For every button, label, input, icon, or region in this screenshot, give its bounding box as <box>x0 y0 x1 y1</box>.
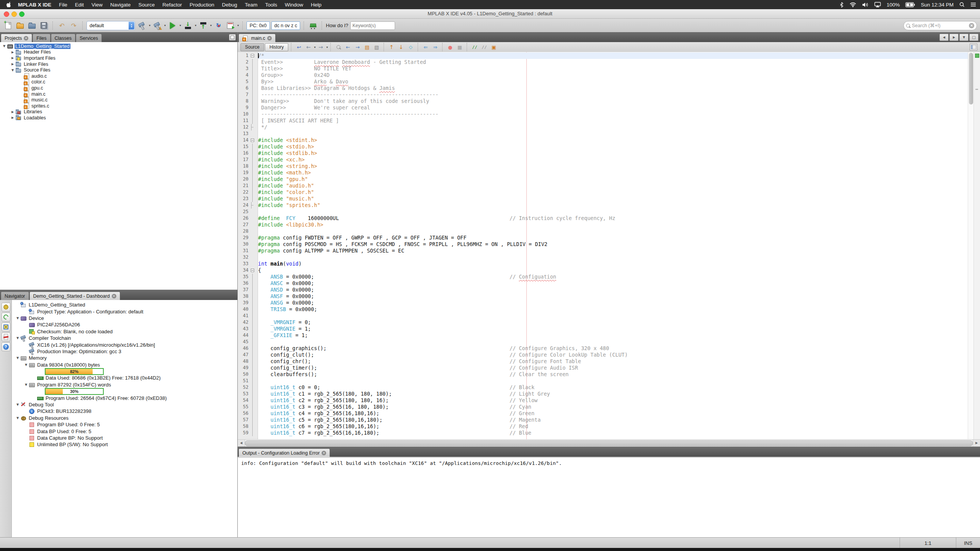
code-line-5[interactable]: By>> Arko & Davo <box>258 78 968 85</box>
line-number[interactable]: 49 <box>238 365 248 371</box>
menu-file[interactable]: File <box>55 2 71 8</box>
horizontal-scrollbar-thumb[interactable] <box>245 440 973 446</box>
line-number[interactable]: 32 <box>238 254 248 261</box>
code-line-55[interactable]: uint16_t c3 = rgb_2_565(16, 180, 180);//… <box>258 404 968 410</box>
code-line-19[interactable]: #include <math.h> <box>258 170 968 176</box>
scroll-tabs-left-icon[interactable]: ◀ <box>939 34 949 41</box>
volume-icon[interactable] <box>862 2 869 7</box>
tree-item-pic24fj256da206[interactable]: PIC24FJ256DA206 <box>12 321 237 328</box>
memory-gauge[interactable]: 82% <box>12 368 237 375</box>
comment-button[interactable] <box>470 43 479 51</box>
toggle-header-source-button[interactable] <box>489 43 498 51</box>
tree-item-data-capture-bp-no-support[interactable]: Data Capture BP: No Support <box>12 435 237 441</box>
collapse-arrow-icon[interactable]: ▼ <box>15 316 20 320</box>
expand-arrow-icon[interactable]: ▶ <box>10 51 15 54</box>
debug-dropdown-icon[interactable]: ▾ <box>237 24 239 27</box>
line-number[interactable]: 5 <box>238 78 248 85</box>
line-number[interactable]: 14 <box>238 137 248 143</box>
line-number[interactable]: 58 <box>238 423 248 430</box>
next-bookmark-button[interactable] <box>397 43 405 51</box>
collapse-arrow-icon[interactable]: ▼ <box>10 68 15 72</box>
notification-center-icon[interactable] <box>970 2 976 7</box>
expand-arrow-icon[interactable]: ▶ <box>10 116 15 119</box>
code-line-24[interactable]: #include "sprites.h" <box>258 202 968 209</box>
code-line-31[interactable]: #pragma config ALTPMP = ALTPMPEN , SOSCS… <box>258 248 968 254</box>
code-line-22[interactable]: #include "color.h" <box>258 189 968 196</box>
stop-macro-recording-button[interactable] <box>455 43 464 51</box>
line-number[interactable]: 47 <box>238 352 248 358</box>
collapse-arrow-icon[interactable]: ▼ <box>15 356 20 360</box>
line-number[interactable]: 55 <box>238 404 248 410</box>
vertical-scrollbar[interactable] <box>968 52 974 439</box>
code-line-11[interactable]: [ INSERT ASCII ART HERE ] <box>258 117 968 124</box>
dashboard-tab-demo-getting-started-dashboard[interactable]: Demo_Getting_Started - Dashboard× <box>29 292 120 300</box>
last-edit-button[interactable] <box>294 43 303 51</box>
close-tab-icon[interactable]: × <box>267 36 272 41</box>
find-next-button[interactable] <box>353 43 362 51</box>
code-line-51[interactable] <box>258 378 968 384</box>
menu-team[interactable]: Team <box>241 2 261 8</box>
tree-item-main-c[interactable]: main.c <box>0 91 237 97</box>
line-number[interactable]: 52 <box>238 384 248 391</box>
menu-window[interactable]: Window <box>281 2 307 8</box>
line-number[interactable]: 53 <box>238 391 248 397</box>
tree-item-data-used-80686-0x13b2e-free-17618-0x44d[interactable]: Data Used: 80686 (0x13B2E) Free: 17618 (… <box>12 375 237 381</box>
tree-item-pickit3-bur132282398[interactable]: PICkit3: BUR132282398 <box>12 408 237 414</box>
menu-debug[interactable]: Debug <box>218 2 241 8</box>
code-line-18[interactable]: #include <string.h> <box>258 163 968 170</box>
menubar-clock[interactable]: Sun 12:34 PM <box>921 2 954 8</box>
line-number[interactable]: 1 <box>238 52 248 59</box>
code-line-53[interactable]: uint16_t c1 = rgb_2_565(180, 180, 180);/… <box>258 391 968 397</box>
code-line-56[interactable]: uint16_t c4 = rgb_2_565(16,180,16);// Gr… <box>258 410 968 417</box>
expand-arrow-icon[interactable]: ▶ <box>10 110 15 114</box>
find-previous-button[interactable] <box>343 43 352 51</box>
tree-item-libraries[interactable]: ▶Libraries <box>0 109 237 115</box>
collapse-arrow-icon[interactable]: ▼ <box>15 416 20 420</box>
line-number[interactable]: 24 <box>238 202 248 209</box>
tree-item-checksum-blank-no-code-loaded[interactable]: Checksum: Blank, no code loaded <box>12 328 237 335</box>
code-line-34[interactable]: { <box>258 267 968 274</box>
collapse-arrow-icon[interactable]: ▼ <box>23 363 29 367</box>
expand-arrow-icon[interactable]: ▶ <box>10 56 15 60</box>
fold-collapse-icon[interactable] <box>251 269 254 272</box>
line-number[interactable]: 36 <box>238 280 248 287</box>
line-number[interactable]: 42 <box>238 319 248 326</box>
dashboard-tab-navigator[interactable]: Navigator <box>1 292 29 300</box>
line-number[interactable]: 21 <box>238 183 248 189</box>
code-line-42[interactable]: _VMRGNIF = 0; <box>258 319 968 326</box>
code-line-54[interactable]: uint16_t c2 = rgb_2_565(180, 180, 16);//… <box>258 397 968 404</box>
line-number[interactable]: 15 <box>238 143 248 150</box>
start-macro-recording-button[interactable] <box>446 43 454 51</box>
tree-item-data-98304-0x18000-bytes[interactable]: ▼Data 98304 (0x18000) bytes <box>12 362 237 368</box>
code-line-45[interactable] <box>258 339 968 345</box>
line-number[interactable]: 54 <box>238 397 248 404</box>
read-device-memory-button[interactable]: ↑ <box>198 20 208 31</box>
code-line-28[interactable] <box>258 228 968 235</box>
tree-item-program-87292-0x154fc-words[interactable]: ▼Program 87292 (0x154FC) words <box>12 381 237 388</box>
editor-gutter[interactable]: 1234567891011121314151617181920212223242… <box>238 52 258 439</box>
redo-button[interactable]: ↷ <box>69 20 79 31</box>
line-number[interactable]: 20 <box>238 176 248 183</box>
line-number[interactable]: 39 <box>238 300 248 306</box>
code-line-39[interactable]: ANSG = 0x0000; <box>258 300 968 306</box>
toggle-bookmark-button[interactable] <box>406 43 415 51</box>
code-line-43[interactable]: _VMRGNIE = 1; <box>258 326 968 332</box>
line-number[interactable]: 56 <box>238 410 248 417</box>
line-number[interactable]: 44 <box>238 332 248 339</box>
code-line-13[interactable] <box>258 130 968 137</box>
code-line-7[interactable]: ----------------------------------------… <box>258 91 968 98</box>
line-number[interactable]: 35 <box>238 274 248 280</box>
code-line-4[interactable]: Group>> 0x24D <box>258 72 968 78</box>
collapse-arrow-icon[interactable]: ▼ <box>23 383 29 386</box>
tree-item-loadables[interactable]: ▶Loadables <box>0 115 237 121</box>
menu-navigate[interactable]: Navigate <box>106 2 134 8</box>
scroll-right-icon[interactable]: ▶ <box>973 440 980 447</box>
code-area[interactable]: /* Event>> Laverone Demoboard - Getting … <box>258 52 968 439</box>
code-line-46[interactable]: config_graphics();// Configure Graphics,… <box>258 345 968 352</box>
tree-item-project-type-application-configuration-d[interactable]: Project Type: Application - Configuratio… <box>12 308 237 315</box>
close-tab-icon[interactable]: × <box>322 451 326 455</box>
shift-left-button[interactable] <box>421 43 430 51</box>
new-project-button[interactable] <box>15 20 25 31</box>
apple-icon[interactable] <box>4 2 14 8</box>
build-dropdown-icon[interactable]: ▾ <box>149 24 150 27</box>
